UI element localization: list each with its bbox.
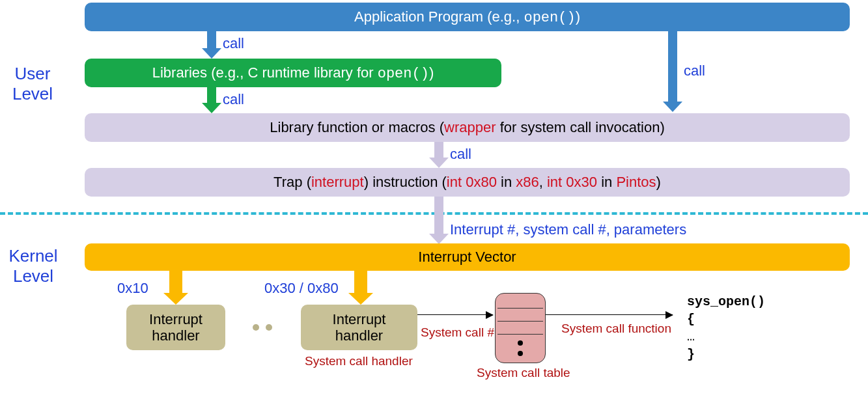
call-label-3: call [450, 146, 471, 163]
libraries-text: Libraries (e.g., C runtime library for o… [152, 64, 434, 82]
arrow-handler-to-table [417, 314, 493, 315]
user-level-label: UserLevel [7, 64, 59, 104]
box-application-program: Application Program (e.g., open()) [85, 3, 850, 31]
box-trap-instruction: Trap (interrupt) instruction (int 0x80 i… [85, 168, 850, 197]
code-line-1: sys_open() [687, 293, 765, 310]
addr-0x10-label: 0x10 [117, 280, 148, 297]
box-libraries: Libraries (e.g., C runtime library for o… [85, 59, 501, 87]
system-call-function-label: System call function [561, 322, 671, 336]
system-call-handler-label: System call handler [305, 354, 413, 368]
system-call-table-label: System call table [477, 366, 570, 380]
system-call-number-label: System call # [421, 325, 494, 340]
lib-func-text: Library function or macros (wrapper for … [270, 119, 664, 136]
code-line-2: { [687, 310, 765, 328]
box-interrupt-handler-1: Interrupthandler [126, 305, 225, 350]
interrupt-vector-text: Interrupt Vector [418, 249, 516, 266]
kernel-level-label: KernelLevel [4, 246, 63, 286]
addr-0x30-0x80-label: 0x30 / 0x80 [264, 280, 339, 297]
interrupt-params-label: Interrupt #, system call #, parameters [450, 221, 686, 238]
arrow-table-to-function [546, 314, 673, 315]
code-line-3: … [687, 328, 765, 346]
box-interrupt-handler-2: Interrupthandler [301, 305, 417, 350]
call-label-1: call [223, 35, 244, 52]
app-program-text: Application Program (e.g., open()) [354, 8, 580, 26]
box-interrupt-vector: Interrupt Vector [85, 243, 850, 271]
call-label-right: call [684, 62, 705, 79]
code-sys-open: sys_open() { … } [687, 293, 765, 363]
box-library-function: Library function or macros (wrapper for … [85, 113, 850, 142]
ellipsis-dots [253, 324, 272, 331]
trap-text: Trap (interrupt) instruction (int 0x80 i… [273, 174, 661, 191]
code-line-4: } [687, 346, 765, 363]
call-label-2: call [223, 91, 244, 108]
box-system-call-table [495, 293, 546, 363]
